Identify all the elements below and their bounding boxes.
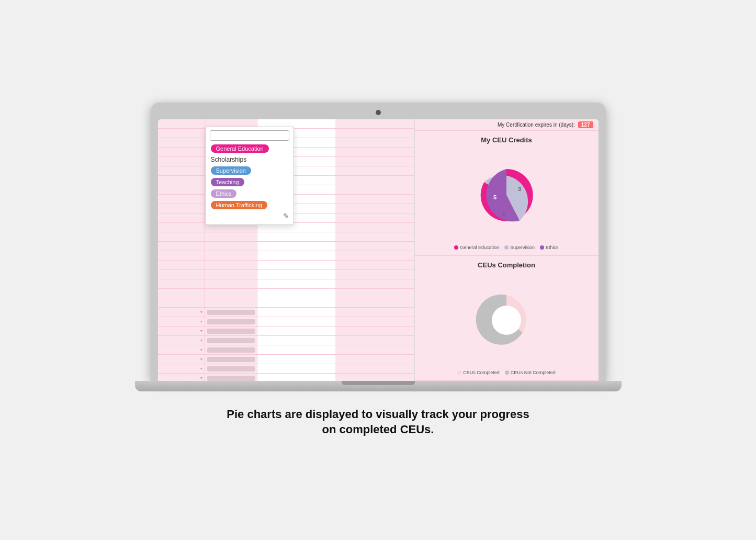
ceu-credits-chart: 5 1 3 bbox=[420, 147, 593, 243]
spreadsheet-row: ▼▼ bbox=[158, 355, 414, 364]
completion-legend: CEUs Completed CEUs Not Completed bbox=[457, 370, 556, 375]
screen-content: ▼▼▼▼▼▼▼▼▼▼▼▼▼▼▼▼ General Education Schol… bbox=[158, 119, 599, 381]
cert-notice: My Certification expires in (days): 127 bbox=[415, 119, 599, 131]
spreadsheet-row bbox=[158, 270, 414, 279]
category-dropdown[interactable]: General Education Scholarships Supervisi… bbox=[205, 127, 294, 225]
laptop-base bbox=[135, 381, 622, 391]
edit-icon-row[interactable]: ✎ bbox=[206, 211, 294, 221]
ceus-completion-chart-card: CEUs Completion bbox=[415, 256, 599, 381]
ceu-pie-chart-svg: 5 1 3 bbox=[465, 164, 548, 227]
tag-ethics: Ethics bbox=[211, 189, 237, 198]
caption-line1: Pie charts are displayed to visually tra… bbox=[227, 408, 529, 421]
legend-label-completed: CEUs Completed bbox=[463, 370, 500, 375]
dropdown-item-human-trafficking[interactable]: Human Trafficking bbox=[206, 199, 294, 211]
spreadsheet-row: ▼▼ bbox=[158, 374, 414, 381]
charts-area: My CEU Credits bbox=[415, 131, 599, 381]
legend-general-ed: General Education bbox=[454, 245, 499, 250]
dropdown-search-input[interactable] bbox=[210, 130, 289, 141]
caption: Pie charts are displayed to visually tra… bbox=[227, 407, 529, 437]
ceus-completion-title: CEUs Completion bbox=[478, 261, 535, 269]
legend-ethics: Ethics bbox=[540, 245, 559, 250]
tag-general-education: General Education bbox=[211, 144, 269, 153]
legend-label-not-completed: CEUs Not Completed bbox=[511, 370, 556, 375]
spreadsheet-row bbox=[158, 298, 414, 308]
edit-icon: ✎ bbox=[283, 212, 289, 220]
legend-not-completed: CEUs Not Completed bbox=[505, 370, 556, 375]
spreadsheet-row: ▼▼ bbox=[158, 327, 414, 336]
dropdown-item-scholarships[interactable]: Scholarships bbox=[206, 154, 294, 165]
spreadsheet-row bbox=[158, 242, 414, 251]
tag-teaching: Teaching bbox=[211, 178, 244, 186]
dropdown-item-teaching[interactable]: Teaching bbox=[206, 176, 294, 188]
cert-notice-text: My Certification expires in (days): bbox=[498, 122, 575, 128]
spreadsheet-row: ▼▼ bbox=[158, 308, 414, 317]
legend-label-general-ed: General Education bbox=[460, 245, 499, 250]
ceu-credits-legend: General Education Supervision Ethics bbox=[454, 245, 558, 250]
legend-dot-general-ed bbox=[454, 245, 458, 250]
spreadsheet-row: ▼▼ bbox=[158, 345, 414, 355]
legend-dot-ethics bbox=[540, 245, 544, 250]
spreadsheet-row bbox=[158, 251, 414, 261]
legend-completed: CEUs Completed bbox=[457, 370, 500, 375]
tag-supervision: Supervision bbox=[211, 166, 251, 175]
right-panel: My Certification expires in (days): 127 … bbox=[414, 119, 599, 381]
completion-donut-svg bbox=[465, 291, 548, 349]
caption-line2: on completed CEUs. bbox=[322, 423, 434, 436]
legend-supervision: Supervision bbox=[504, 245, 535, 250]
legend-dot-completed bbox=[457, 370, 461, 375]
legend-dot-not-completed bbox=[505, 370, 509, 375]
dropdown-item-ethics[interactable]: Ethics bbox=[206, 188, 294, 199]
cert-days-badge: 127 bbox=[578, 121, 593, 128]
legend-label-ethics: Ethics bbox=[546, 245, 559, 250]
laptop-wrapper: ▼▼▼▼▼▼▼▼▼▼▼▼▼▼▼▼ General Education Schol… bbox=[143, 103, 614, 437]
label-scholarships: Scholarships bbox=[211, 156, 247, 163]
spreadsheet-row bbox=[158, 279, 414, 289]
laptop-screen-outer: ▼▼▼▼▼▼▼▼▼▼▼▼▼▼▼▼ General Education Schol… bbox=[151, 103, 606, 381]
spreadsheet-row bbox=[158, 232, 414, 242]
spreadsheet-row: ▼▼ bbox=[158, 336, 414, 345]
spreadsheet-row: ▼▼ bbox=[158, 364, 414, 374]
ceus-completion-chart bbox=[420, 272, 593, 368]
legend-label-supervision: Supervision bbox=[510, 245, 535, 250]
laptop-camera bbox=[376, 110, 381, 115]
legend-dot-supervision bbox=[504, 245, 509, 250]
spreadsheet-row: ▼▼ bbox=[158, 317, 414, 327]
dropdown-item-supervision[interactable]: Supervision bbox=[206, 165, 294, 176]
dropdown-item-general-education[interactable]: General Education bbox=[206, 143, 294, 154]
spreadsheet-row bbox=[158, 261, 414, 270]
ceu-credits-title: My CEU Credits bbox=[481, 136, 532, 144]
tag-human-trafficking: Human Trafficking bbox=[211, 201, 267, 209]
pie-label-3: 3 bbox=[518, 186, 521, 192]
spreadsheet-area: ▼▼▼▼▼▼▼▼▼▼▼▼▼▼▼▼ General Education Schol… bbox=[158, 119, 414, 381]
spreadsheet-row bbox=[158, 289, 414, 298]
pie-label-1: 1 bbox=[502, 211, 505, 217]
ceu-credits-chart-card: My CEU Credits bbox=[415, 131, 599, 256]
laptop-screen: ▼▼▼▼▼▼▼▼▼▼▼▼▼▼▼▼ General Education Schol… bbox=[158, 119, 599, 381]
pie-label-5: 5 bbox=[493, 194, 497, 200]
donut-hole bbox=[492, 306, 521, 335]
